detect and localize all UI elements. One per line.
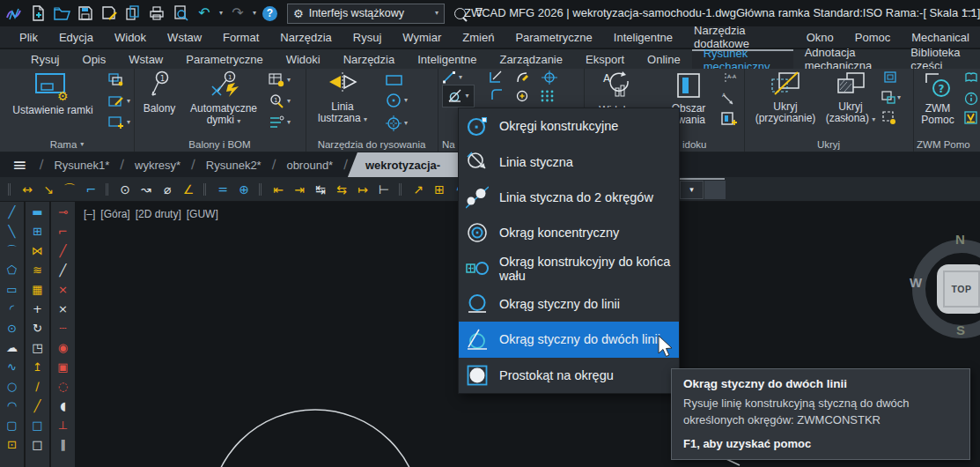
menu-item-shaft-end-circle[interactable]: Okrąg konstrukcyjny do końca wału <box>459 251 679 286</box>
rectangle-frame-icon[interactable]: □ <box>26 415 49 434</box>
rectangle-tool-button[interactable] <box>385 74 404 86</box>
frame-add-button[interactable]: ▾ <box>107 115 130 130</box>
continue-dimension-icon[interactable]: ⇥ <box>289 183 310 196</box>
ribbon-tab[interactable]: Online <box>636 49 692 69</box>
print-preview-icon[interactable] <box>172 4 189 22</box>
mirror-icon[interactable]: ⋈ <box>26 241 49 260</box>
ribbon-tab[interactable]: Widoki <box>275 49 332 69</box>
slot-icon[interactable]: ▢ <box>0 415 24 434</box>
dashed-line-icon[interactable]: ┄ <box>51 318 75 337</box>
extend-icon[interactable]: ╱ <box>26 396 49 415</box>
perpendicular-icon[interactable]: ⊥ <box>51 415 75 434</box>
ribbon-tab[interactable]: Rysunek mechaniczny <box>692 49 793 69</box>
baseline-dimension-icon[interactable]: ⇤ <box>259 183 289 196</box>
document-tab[interactable]: wykresy* <box>124 152 191 177</box>
point-grid-button[interactable] <box>540 88 555 103</box>
fillet-corner-button[interactable] <box>490 88 505 102</box>
hide-clip-button[interactable]: Ukryj(przycinanie) <box>751 70 820 124</box>
help-icon[interactable]: ? <box>262 6 277 21</box>
corner-trim-button[interactable] <box>489 70 503 85</box>
corner-point-icon[interactable]: ⌐ <box>51 221 75 241</box>
menu-item[interactable]: Rysuj <box>343 31 393 44</box>
menu-item-tangent-line[interactable]: Linia styczna <box>459 144 679 179</box>
parallel-icon[interactable]: ∥ <box>51 434 75 454</box>
menu-item-tangent-two-circles[interactable]: Linia styczna do 2 okręgów <box>459 180 679 215</box>
app-logo-icon[interactable] <box>5 4 23 22</box>
zwm-help-button[interactable]: ? ZWMPomoc <box>915 70 961 126</box>
ellipse-icon[interactable]: ○ <box>0 376 24 396</box>
ribbon-tab[interactable]: Rysuj <box>19 49 71 69</box>
center-mark-icon[interactable]: ⊕ <box>233 183 254 196</box>
center-target-button[interactable] <box>542 70 557 85</box>
edit-dimension-icon[interactable]: ↦ <box>352 183 373 196</box>
spline-icon[interactable]: ∿ <box>0 357 24 376</box>
panel-label-rysowanie[interactable]: Narzędzia do rysowania <box>306 139 438 150</box>
menu-item[interactable]: Format <box>212 31 269 44</box>
rectangle-icon[interactable]: ▭ <box>0 279 24 299</box>
menu-item[interactable]: Plik <box>9 31 48 44</box>
diameter-dimension-icon[interactable]: ⌀ <box>157 183 178 196</box>
rotate-icon[interactable]: ↻ <box>26 318 49 337</box>
minimize-icon[interactable]: — <box>962 4 975 16</box>
aligned-dimension-icon[interactable]: ↘ <box>38 183 59 196</box>
menu-item-circle-tangent-line[interactable]: Okrąg styczny do linii <box>459 286 679 322</box>
point-x2-icon[interactable]: × <box>51 299 75 318</box>
ribbon-tab[interactable]: Wstaw <box>117 49 174 69</box>
tangent-circle-flyout-button[interactable]: ▾ <box>442 85 475 107</box>
new-view-button[interactable] <box>720 111 738 127</box>
array-icon[interactable]: ▦ <box>26 279 49 299</box>
view-compass[interactable]: N W S TOP <box>907 233 980 347</box>
dashed-circle-icon[interactable]: ◌ <box>51 376 75 396</box>
insert-block-icon[interactable]: ⊡ <box>0 434 24 454</box>
document-tab[interactable]: Rysunek2* <box>195 152 272 177</box>
ribbon-tab[interactable]: Opis <box>71 49 118 69</box>
toolbar-combo-dropdown-button[interactable]: ▾ <box>680 181 704 199</box>
menu-item[interactable]: Widok <box>104 31 157 44</box>
ribbon-tab[interactable]: Biblioteka części <box>899 49 980 69</box>
menu-item[interactable]: Edycja <box>48 31 104 44</box>
frame-settings-button[interactable]: ⚙ Ustawienie ramki <box>4 70 102 116</box>
panel-label-rama[interactable]: Rama ▾ <box>0 139 134 150</box>
document-tab[interactable]: Rysunek1* <box>43 152 120 177</box>
frame-dimension-icon[interactable]: ⊞ <box>429 183 450 196</box>
balloons-button[interactable]: 1 Balony <box>139 70 180 115</box>
compass-west[interactable]: W <box>910 275 922 290</box>
trim-icon[interactable]: ∕ <box>26 376 49 396</box>
jog-dimension-icon[interactable]: ↝ <box>136 183 157 196</box>
erase-icon[interactable]: ▬ <box>26 202 49 221</box>
polygon-icon[interactable]: ⬠ <box>0 260 24 279</box>
circle-plus-button[interactable] <box>515 88 530 103</box>
section-line-button[interactable]: A-A <box>720 71 738 85</box>
point-line-icon[interactable]: ⊸ <box>51 202 75 221</box>
mirror-line-button[interactable]: Linialustrzana ▾ <box>309 70 376 124</box>
elliptical-arc-icon[interactable]: ◠ <box>0 396 24 415</box>
ordinate-dimension-icon[interactable]: ⌐ <box>80 183 101 196</box>
menu-item[interactable]: Okno <box>796 31 844 44</box>
save-icon[interactable] <box>77 4 94 22</box>
move-icon[interactable]: + <box>26 299 49 318</box>
angular-dimension-icon[interactable]: ∠ <box>178 183 199 196</box>
menu-item[interactable]: Parametryczne <box>505 31 602 44</box>
point-x-icon[interactable]: × <box>51 279 75 299</box>
compass-top-button[interactable]: TOP <box>937 264 980 314</box>
menu-item[interactable]: Mechanical <box>901 31 980 44</box>
redo-chevron-icon[interactable]: ▾ <box>253 10 256 17</box>
view-arrow-button[interactable]: A <box>720 92 736 106</box>
save-as-icon[interactable] <box>100 4 118 22</box>
stretch-icon[interactable]: ↥ <box>26 357 49 376</box>
construction-line-button[interactable]: ▾ <box>442 70 462 85</box>
compass-north[interactable]: N <box>955 232 965 247</box>
center-point-circle-icon[interactable]: ◉ <box>51 337 75 357</box>
compass-south[interactable]: S <box>956 322 965 337</box>
bom-table-button[interactable]: ▾ <box>268 72 291 88</box>
menu-item[interactable]: Narzędzia <box>269 31 343 44</box>
open-folder-icon[interactable] <box>53 4 70 22</box>
offset-icon[interactable]: ≋ <box>26 260 49 279</box>
center-point-square-icon[interactable]: ▣ <box>51 357 75 376</box>
menu-item[interactable]: Inteligentne <box>603 31 683 44</box>
radius-dimension-icon[interactable]: ⊙ <box>106 183 136 196</box>
print-icon[interactable] <box>148 4 166 22</box>
menu-item-rectangle-on-circle[interactable]: Prostokąt na okręgu <box>459 358 679 393</box>
document-tab[interactable]: wekrotyzacja- <box>348 152 458 177</box>
menu-item[interactable]: Zmień <box>452 31 505 44</box>
